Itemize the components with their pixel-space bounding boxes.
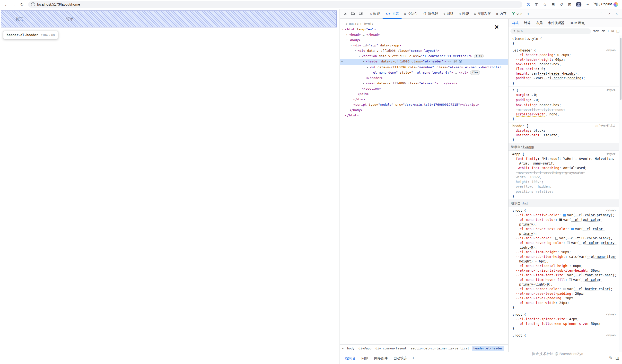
css-property[interactable]: --el-menu-item-font-size: var(--el-font-… [512,273,617,277]
devtools-tab-elements[interactable]: </>元素 [383,9,402,19]
rule-selector-line[interactable]: element.style { [512,37,617,41]
dom-tree-row[interactable]: ▾<div data-v-cff1d096 class="common-layo… [340,48,508,54]
expand-arrow-icon[interactable]: ▸ [362,81,365,86]
devtools-tab-memory[interactable]: ▦内存 [494,9,509,19]
color-swatch[interactable] [555,237,558,240]
dom-tree-row[interactable]: </body> [340,107,508,113]
css-property[interactable]: --el-menu-base-level-padding: 20px; [512,291,617,296]
address-bar[interactable]: i localhost:5173/layout/home [28,1,522,8]
refresh-button[interactable]: ↻ [18,1,26,8]
collapse-arrow-icon[interactable]: ▾ [341,27,344,32]
rule-origin-link[interactable]: <style> [606,88,616,93]
rule-selector[interactable]: header [512,124,524,128]
breadcrumb-item[interactable]: div.common-layout [374,346,408,351]
toggle-classes-button[interactable]: .cls [601,29,605,33]
dom-tree-row[interactable]: ▾<section data-v-cff1d096 class="el-cont… [340,54,508,59]
css-property[interactable]: height: 100vh; [512,180,617,184]
devtools-tab-console[interactable]: ▣控制台 [402,9,420,19]
css-property[interactable]: padding: ▸0; [512,98,617,103]
dom-tree-row[interactable]: <!DOCTYPE html> [340,21,508,27]
dom-tree-row[interactable]: </header> [340,75,508,81]
rule-origin-link[interactable]: <style> [606,152,616,156]
dom-tree-row[interactable]: </div> [340,97,508,102]
script-src-link[interactable]: /src/main.ts?t=1760600197215 [405,103,458,106]
profile-avatar[interactable] [576,2,582,7]
site-info-icon[interactable]: i [31,2,35,6]
css-property[interactable]: --el-menu-horizontal-height: 60px; [512,264,617,268]
inherited-element-link[interactable]: div#app [521,145,534,149]
css-property[interactable]: -moz-osx-font-smoothing: grayscale; [512,170,617,175]
rule-selector[interactable]: element.style [512,37,538,40]
devtools-tab-sources[interactable]: {}源代码 [420,9,441,19]
computed-side-panel-icon[interactable]: ◫ [616,29,620,33]
css-property[interactable]: --el-menu-icon-width: 24px; [512,301,617,305]
rule-origin-link[interactable]: <style> [606,48,616,53]
inspect-element-button[interactable] [341,10,349,18]
color-swatch[interactable] [559,218,562,221]
styles-filter-input[interactable]: 筛选 [510,28,591,34]
rule-selector[interactable]: :root [512,209,522,212]
rule-selector-line[interactable]: :root { [512,333,617,338]
toggle-element-state-button[interactable]: :hov [593,29,599,33]
collections-button[interactable]: ⊞ [550,1,557,8]
sidebar-tab[interactable]: 事件侦听器 [545,19,567,27]
dom-tree-row[interactable]: ▾<body> [340,38,508,43]
rule-selector-line[interactable]: :root { [512,312,617,317]
sidebar-tab[interactable]: 样式 [509,19,521,27]
css-property[interactable]: margin: ▸0; [512,93,617,98]
styles-scrollbar[interactable] [619,36,622,352]
drawer-tab[interactable]: 问题 [359,352,370,364]
collapse-arrow-icon[interactable]: ▾ [358,54,361,59]
rule-selector[interactable]: #app [512,152,520,156]
add-panel-button[interactable]: + [525,9,532,19]
dom-tree-row[interactable]: el-menu-demo" style="--el-menu-level: 0;… [340,70,508,75]
css-property[interactable]: position: relative; [512,189,617,194]
css-property[interactable]: --el-menu-hover-text-color: var(--el-col… [512,227,617,236]
css-property[interactable]: --el-menu-horizontal-sub-item-height: 36… [512,268,617,273]
back-button[interactable]: ← [2,1,10,8]
rule-selector[interactable]: * [512,88,514,92]
rule-selector-line[interactable]: #app { [512,152,617,156]
color-swatch[interactable] [569,278,572,281]
css-property[interactable]: height: var(--el-header-height); [512,71,617,76]
rule-selector-line[interactable]: * { [512,88,617,93]
css-property[interactable]: box-sizing: border-box; [512,62,617,67]
css-property[interactable]: --el-menu-text-color: var(--el-text-colo… [512,217,617,227]
color-swatch[interactable] [567,242,570,244]
dom-tree-row[interactable]: ▸<ul data-v-cff1d096 role="menubar" clas… [340,65,508,70]
dock-side-button[interactable] [357,10,365,18]
dom-tree-row[interactable]: </section> [340,86,508,91]
css-property[interactable]: --el-menu-border-color: var(--el-border-… [512,287,617,291]
translate-button[interactable]: 文 [525,1,532,8]
inherited-element-link[interactable]: html [521,201,528,205]
panel-icon[interactable]: ◫ [615,356,619,360]
dom-tree-row[interactable]: ▾<div id="app" data-v-app> [340,43,508,48]
shorthand-expand-icon[interactable]: ▸ [534,77,535,80]
favorites-button[interactable]: ☆ [541,1,549,8]
dom-tree-row[interactable]: </html> [340,113,508,118]
collapse-arrow-icon[interactable]: ▾ [345,38,349,43]
shorthand-expand-icon[interactable]: ▸ [535,186,537,188]
collapse-arrow-icon[interactable]: ▾ [362,59,365,64]
rule-selector[interactable]: .el-header [512,48,532,52]
sidebar-tab[interactable]: 布局 [533,19,545,27]
devtools-menu-button[interactable]: ⋮ [597,10,605,18]
css-property[interactable]: width: 100vw; [512,175,617,180]
css-property[interactable]: --el-loading-spinner-size: 42px; [512,317,617,322]
css-property[interactable]: --el-menu-level-padding: 20px; [512,296,617,301]
close-devtools-button[interactable]: × [613,10,621,18]
grid-editor-icon[interactable]: ⊞ [611,29,614,33]
rule-selector-line[interactable]: :root { [512,208,617,213]
expand-arrow-icon[interactable]: ▸ [345,32,349,38]
css-property[interactable]: --el-menu-active-color: var(--el-color-p… [512,213,617,217]
css-property[interactable]: font-family: 'Microsoft YaHei', Avenir, … [512,156,617,166]
css-property[interactable]: overflow: ▸hidden; [512,184,617,189]
breadcrumb-item[interactable]: body [345,346,356,351]
flex-badge[interactable]: flex [470,71,480,75]
color-swatch[interactable] [563,288,566,290]
devtools-tab-network[interactable]: ⇅网络 [441,9,456,19]
breadcrumb-item[interactable]: header.el-header [472,346,504,351]
collapse-arrow-icon[interactable]: ▾ [350,43,353,48]
history-button[interactable]: ↺ [558,1,565,8]
dom-tree-row[interactable]: </div> [340,91,508,97]
